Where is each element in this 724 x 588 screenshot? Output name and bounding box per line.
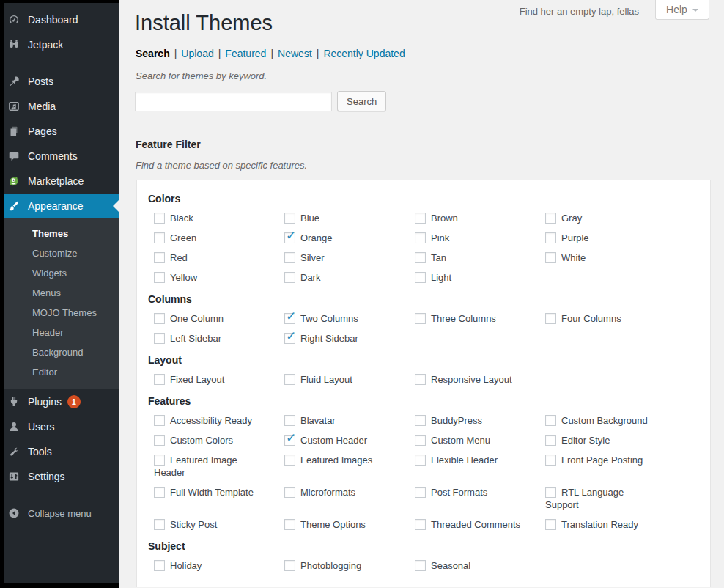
filter-option-right-sidebar[interactable]: Right Sidebar: [278, 332, 409, 345]
sidebar-item-collapse-menu[interactable]: Collapse menu: [0, 501, 119, 526]
sidebar-item-pages[interactable]: Pages: [0, 119, 119, 144]
help-button[interactable]: Help: [655, 0, 709, 20]
checkbox-checked-icon[interactable]: [284, 333, 295, 344]
filter-option-microformats[interactable]: Microformats: [278, 486, 409, 511]
checkbox-icon[interactable]: [545, 232, 556, 243]
checkbox-icon[interactable]: [415, 213, 426, 224]
checkbox-icon[interactable]: [415, 487, 426, 498]
sidebar-item-tools[interactable]: Tools: [0, 439, 119, 464]
checkbox-icon[interactable]: [154, 313, 165, 324]
checkbox-icon[interactable]: [284, 213, 295, 224]
sidebar-subitem-menus[interactable]: Menus: [0, 283, 119, 303]
sidebar-subitem-themes[interactable]: Themes: [0, 224, 119, 243]
checkbox-checked-icon[interactable]: [284, 435, 295, 446]
filter-option-tan[interactable]: Tan: [409, 251, 539, 264]
checkbox-icon[interactable]: [415, 313, 426, 324]
filter-option-three-columns[interactable]: Three Columns: [409, 312, 539, 325]
filter-option-custom-colors[interactable]: Custom Colors: [148, 434, 278, 446]
filter-option-custom-header[interactable]: Custom Header: [278, 434, 409, 446]
checkbox-icon[interactable]: [284, 272, 295, 283]
tab-featured[interactable]: Featured: [225, 48, 266, 59]
filter-option-white[interactable]: White: [539, 251, 670, 264]
filter-option-fluid-layout[interactable]: Fluid Layout: [278, 373, 409, 386]
filter-option-custom-background[interactable]: Custom Background: [539, 414, 670, 427]
filter-option-red[interactable]: Red: [148, 251, 278, 264]
checkbox-icon[interactable]: [154, 213, 165, 224]
filter-option-photoblogging[interactable]: Photoblogging: [278, 559, 409, 572]
sidebar-subitem-widgets[interactable]: Widgets: [0, 263, 119, 283]
filter-option-post-formats[interactable]: Post Formats: [409, 486, 539, 511]
filter-option-buddypress[interactable]: BuddyPress: [409, 414, 539, 427]
filter-option-responsive-layout[interactable]: Responsive Layout: [409, 373, 539, 386]
checkbox-icon[interactable]: [284, 455, 295, 466]
filter-option-four-columns[interactable]: Four Columns: [539, 312, 670, 325]
checkbox-icon[interactable]: [154, 487, 165, 498]
filter-option-green[interactable]: Green: [148, 232, 278, 244]
checkbox-icon[interactable]: [154, 560, 165, 571]
filter-option-blue[interactable]: Blue: [278, 212, 409, 224]
checkbox-icon[interactable]: [154, 435, 165, 446]
sidebar-item-dashboard[interactable]: Dashboard: [0, 7, 119, 32]
checkbox-icon[interactable]: [154, 272, 165, 283]
checkbox-icon[interactable]: [284, 519, 295, 530]
filter-option-silver[interactable]: Silver: [278, 251, 409, 264]
tab-upload[interactable]: Upload: [181, 48, 213, 59]
filter-option-full-width-template[interactable]: Full Width Template: [148, 486, 278, 511]
theme-search-input[interactable]: [135, 92, 332, 111]
filter-option-black[interactable]: Black: [148, 212, 278, 224]
checkbox-icon[interactable]: [545, 435, 556, 446]
checkbox-icon[interactable]: [545, 487, 556, 498]
sidebar-item-jetpack[interactable]: Jetpack: [0, 32, 119, 57]
filter-option-orange[interactable]: Orange: [278, 232, 409, 244]
filter-option-blavatar[interactable]: Blavatar: [278, 414, 409, 427]
sidebar-subitem-header[interactable]: Header: [0, 323, 119, 342]
checkbox-icon[interactable]: [284, 487, 295, 498]
checkbox-icon[interactable]: [545, 213, 556, 224]
checkbox-checked-icon[interactable]: [284, 232, 295, 243]
checkbox-icon[interactable]: [154, 415, 165, 426]
checkbox-icon[interactable]: [284, 252, 295, 263]
filter-option-yellow[interactable]: Yellow: [148, 271, 278, 284]
search-button[interactable]: Search: [337, 91, 386, 111]
filter-option-sticky-post[interactable]: Sticky Post: [148, 518, 278, 531]
filter-option-threaded-comments[interactable]: Threaded Comments: [409, 518, 539, 531]
tab-recently-updated[interactable]: Recently Updated: [323, 48, 405, 59]
checkbox-icon[interactable]: [545, 252, 556, 263]
checkbox-icon[interactable]: [415, 435, 426, 446]
sidebar-item-comments[interactable]: Comments: [0, 144, 119, 169]
filter-option-light[interactable]: Light: [409, 271, 539, 284]
sidebar-subitem-mojo-themes[interactable]: MOJO Themes: [0, 303, 119, 323]
sidebar-item-marketplace[interactable]: Marketplace: [0, 169, 119, 194]
checkbox-icon[interactable]: [415, 455, 426, 466]
checkbox-icon[interactable]: [284, 415, 295, 426]
filter-option-seasonal[interactable]: Seasonal: [409, 559, 539, 572]
filter-option-translation-ready[interactable]: Translation Ready: [539, 518, 670, 531]
checkbox-icon[interactable]: [154, 519, 165, 530]
sidebar-subitem-background[interactable]: Background: [0, 342, 119, 362]
checkbox-checked-icon[interactable]: [284, 313, 295, 324]
sidebar-subitem-customize[interactable]: Customize: [0, 243, 119, 263]
sidebar-item-appearance[interactable]: Appearance: [0, 194, 119, 218]
filter-option-one-column[interactable]: One Column: [148, 312, 278, 325]
filter-option-dark[interactable]: Dark: [278, 271, 409, 284]
filter-option-featured-image-header[interactable]: Featured Image Header: [148, 454, 278, 479]
checkbox-icon[interactable]: [154, 232, 165, 243]
checkbox-icon[interactable]: [154, 333, 165, 344]
checkbox-icon[interactable]: [545, 415, 556, 426]
sidebar-item-posts[interactable]: Posts: [0, 69, 119, 94]
filter-option-pink[interactable]: Pink: [409, 232, 539, 244]
filter-option-fixed-layout[interactable]: Fixed Layout: [148, 373, 278, 386]
filter-option-flexible-header[interactable]: Flexible Header: [409, 454, 539, 479]
checkbox-icon[interactable]: [415, 519, 426, 530]
checkbox-icon[interactable]: [284, 560, 295, 571]
filter-option-two-columns[interactable]: Two Columns: [278, 312, 409, 325]
checkbox-icon[interactable]: [284, 374, 295, 385]
filter-option-front-page-posting[interactable]: Front Page Posting: [539, 454, 670, 479]
checkbox-icon[interactable]: [415, 415, 426, 426]
sidebar-subitem-editor[interactable]: Editor: [0, 362, 119, 382]
checkbox-icon[interactable]: [415, 272, 426, 283]
filter-option-accessibility-ready[interactable]: Accessibility Ready: [148, 414, 278, 427]
sidebar-item-settings[interactable]: Settings: [0, 464, 119, 489]
checkbox-icon[interactable]: [154, 374, 165, 385]
checkbox-icon[interactable]: [415, 252, 426, 263]
